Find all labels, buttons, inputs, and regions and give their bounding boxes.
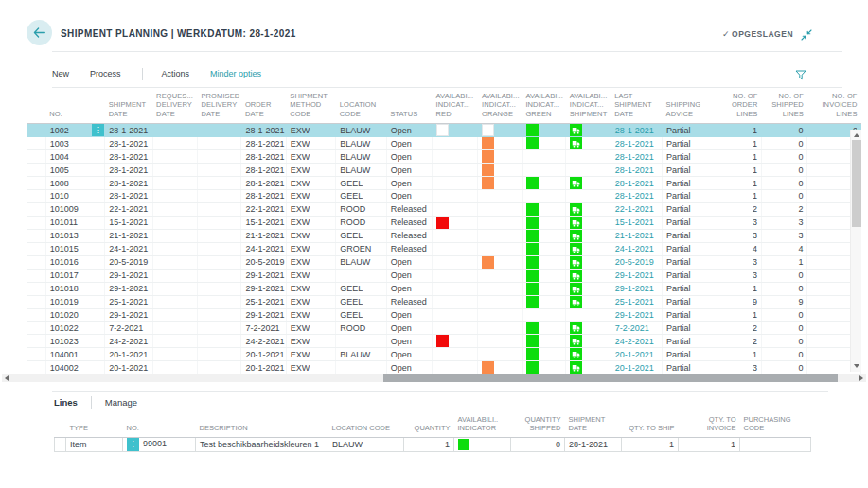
cell-promised_delivery_date[interactable] — [198, 308, 241, 322]
cell-order_date[interactable]: 28-1-2021 — [241, 124, 286, 137]
cell-promised_delivery_date[interactable] — [198, 164, 241, 177]
cell-order_date[interactable]: 28-1-2021 — [241, 150, 286, 164]
cell-avail_red[interactable] — [433, 269, 478, 282]
column-header-avail_red[interactable]: AVAILABI... INDICAT... RED — [433, 90, 478, 124]
cell-select[interactable] — [27, 361, 45, 375]
cell-shipping_advice[interactable]: Partial — [663, 216, 717, 229]
cell-no_of_order_lines[interactable]: 3 — [717, 361, 761, 375]
column-header-type[interactable]: TYPE — [66, 413, 123, 437]
cell-shipment_date[interactable]: 28-1-2021 — [105, 150, 152, 164]
cell-shipping_advice[interactable]: Partial — [663, 177, 717, 190]
cell-shipping_advice[interactable]: Partial — [663, 282, 717, 295]
cell-shipping_advice[interactable]: Partial — [663, 190, 717, 203]
cell-location_code[interactable]: GROEN — [336, 242, 386, 255]
cell-location_code[interactable]: ROOD — [336, 322, 386, 335]
cell-last_shipment_date[interactable]: 29-1-2021 — [611, 308, 662, 322]
cell-shipment_method_code[interactable]: EXW — [286, 124, 335, 137]
cell-status[interactable]: Open — [386, 308, 432, 322]
cell-no[interactable]: 101016 — [45, 255, 105, 269]
cell-last_shipment_date[interactable]: 29-1-2021 — [611, 269, 662, 282]
date-link[interactable]: 28-1-2021 — [615, 139, 654, 148]
cell-location_code[interactable]: GEEL — [336, 282, 386, 295]
cell-status[interactable]: Released — [386, 295, 432, 308]
cell-avail_shipment[interactable] — [566, 229, 611, 242]
cell-requested_delivery_date[interactable] — [152, 137, 197, 150]
cell-location_code[interactable] — [336, 335, 386, 348]
cell-no[interactable]: 101017 — [45, 269, 105, 282]
cell-promised_delivery_date[interactable] — [198, 361, 241, 375]
cell-promised_delivery_date[interactable] — [198, 295, 241, 308]
cell-avail_red[interactable] — [433, 177, 478, 190]
cell-no_of_order_lines[interactable]: 1 — [717, 164, 761, 177]
cell-shipment_date[interactable]: 29-1-2021 — [105, 308, 152, 322]
cell-order_date[interactable]: 29-1-2021 — [241, 308, 286, 322]
cell-shipping_advice[interactable]: Partial — [663, 269, 717, 282]
action-actions[interactable]: Actions — [162, 69, 190, 78]
cell-shipping_advice[interactable]: Partial — [663, 242, 717, 255]
cell-shipping_advice[interactable]: Partial — [663, 164, 717, 177]
cell-status[interactable]: Released — [386, 216, 432, 229]
cell-location_code[interactable]: BLAUW — [336, 150, 386, 164]
cell-avail_shipment[interactable] — [566, 308, 611, 322]
cell-no_of_order_lines[interactable]: 2 — [717, 202, 761, 216]
cell-avail_green[interactable] — [522, 348, 565, 361]
cell-avail_green[interactable] — [522, 295, 565, 308]
cell-avail_orange[interactable] — [478, 269, 522, 282]
cell-status[interactable]: Open — [386, 322, 432, 335]
cell-requested_delivery_date[interactable] — [152, 202, 197, 216]
cell-status[interactable]: Open — [386, 255, 432, 269]
cell-requested_delivery_date[interactable] — [152, 229, 197, 242]
date-link[interactable]: 24-2-2021 — [615, 337, 654, 346]
cell-status[interactable]: Open — [386, 137, 432, 150]
date-link[interactable]: 20-1-2021 — [615, 350, 654, 359]
date-link[interactable]: 28-1-2021 — [615, 152, 654, 162]
cell-qty_to_ship[interactable]: 1 — [622, 437, 679, 451]
cell-avail_orange[interactable] — [478, 202, 522, 216]
horizontal-scrollbar-thumb[interactable] — [383, 374, 838, 382]
cell-no[interactable]: 101018 — [45, 282, 105, 295]
cell-avail_green[interactable] — [522, 308, 565, 322]
cell-last_shipment_date[interactable]: 28-1-2021 — [611, 190, 662, 203]
cell-avail_orange[interactable] — [478, 308, 522, 322]
cell-avail_shipment[interactable] — [566, 322, 611, 335]
cell-no_of_order_lines[interactable]: 1 — [717, 190, 761, 203]
scroll-left-icon[interactable] — [5, 375, 9, 381]
cell-avail_shipment[interactable] — [566, 269, 611, 282]
cell-select[interactable] — [27, 150, 45, 164]
cell-availability_indicator[interactable] — [454, 437, 511, 451]
cell-avail_green[interactable] — [522, 150, 565, 164]
cell-shipment_method_code[interactable]: EXW — [286, 150, 335, 164]
cell-avail_shipment[interactable] — [566, 255, 611, 269]
cell-avail_orange[interactable] — [478, 242, 522, 255]
cell-avail_shipment[interactable] — [566, 177, 611, 190]
cell-no_of_order_lines[interactable]: 2 — [717, 335, 761, 348]
cell-no[interactable]: 101015 — [45, 242, 105, 255]
cell-select[interactable] — [27, 164, 45, 177]
cell-no[interactable]: 1008 — [45, 177, 105, 190]
cell-order_date[interactable]: 24-1-2021 — [241, 242, 286, 255]
date-link[interactable]: 7-2-2021 — [615, 323, 649, 333]
cell-avail_orange[interactable] — [478, 348, 522, 361]
cell-order_date[interactable]: 29-1-2021 — [241, 269, 286, 282]
cell-location_code[interactable]: BLAUW — [336, 348, 386, 361]
cell-shipment_date[interactable]: 24-1-2021 — [105, 242, 152, 255]
date-link[interactable]: 22-1-2021 — [615, 204, 654, 214]
cell-status[interactable]: Open — [386, 335, 432, 348]
cell-promised_delivery_date[interactable] — [198, 229, 241, 242]
cell-shipment_method_code[interactable]: EXW — [286, 255, 335, 269]
column-header-no[interactable]: NO. — [45, 90, 105, 124]
cell-status[interactable]: Open — [386, 124, 432, 137]
cell-shipment_method_code[interactable]: EXW — [286, 242, 335, 255]
cell-last_shipment_date[interactable]: 28-1-2021 — [611, 177, 662, 190]
cell-shipment_date[interactable]: 29-1-2021 — [105, 269, 152, 282]
cell-quantity_shipped[interactable]: 0 — [511, 437, 565, 451]
cell-shipment_method_code[interactable]: EXW — [286, 322, 335, 335]
cell-no_of_shipped_lines[interactable]: 1 — [761, 255, 806, 269]
collapse-page-button[interactable] — [801, 27, 812, 44]
cell-location_code[interactable]: GEEL — [336, 308, 386, 322]
cell-avail_red[interactable] — [433, 242, 478, 255]
cell-avail_shipment[interactable] — [566, 348, 611, 361]
cell-avail_red[interactable] — [433, 308, 478, 322]
cell-no_of_order_lines[interactable]: 1 — [717, 177, 761, 190]
cell-avail_orange[interactable] — [478, 164, 522, 177]
